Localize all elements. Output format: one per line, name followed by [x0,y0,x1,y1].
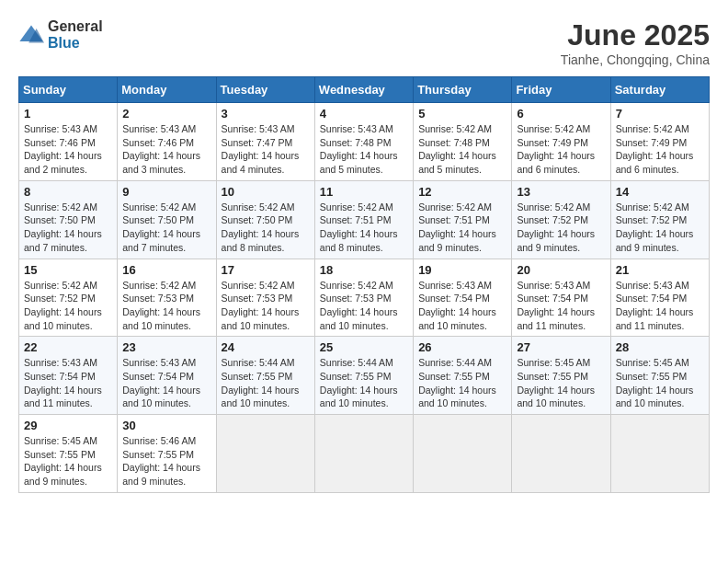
day-number: 23 [122,340,210,354]
day-info: Sunrise: 5:43 AMSunset: 7:54 PMDaylight:… [616,280,694,331]
day-info: Sunrise: 5:42 AMSunset: 7:50 PMDaylight:… [222,201,300,253]
header-cell-wednesday: Wednesday [314,77,413,103]
day-info: Sunrise: 5:44 AMSunset: 7:55 PMDaylight:… [418,357,496,408]
day-info: Sunrise: 5:45 AMSunset: 7:55 PMDaylight:… [24,435,102,487]
header-cell-thursday: Thursday [414,77,512,103]
day-number: 13 [517,185,605,199]
day-info: Sunrise: 5:42 AMSunset: 7:51 PMDaylight:… [418,201,496,253]
calendar-cell: 20Sunrise: 5:43 AMSunset: 7:54 PMDayligh… [512,259,610,337]
calendar-table: SundayMondayTuesdayWednesdayThursdayFrid… [18,76,710,493]
calendar-cell: 1Sunrise: 5:43 AMSunset: 7:46 PMDaylight… [19,103,118,181]
day-info: Sunrise: 5:43 AMSunset: 7:47 PMDaylight:… [222,123,300,175]
calendar-cell: 8Sunrise: 5:42 AMSunset: 7:50 PMDaylight… [19,180,118,259]
calendar-cell: 23Sunrise: 5:43 AMSunset: 7:54 PMDayligh… [118,337,216,415]
day-number: 29 [24,419,112,432]
day-number: 26 [418,340,506,354]
day-info: Sunrise: 5:42 AMSunset: 7:49 PMDaylight:… [517,123,595,175]
day-number: 6 [517,107,605,121]
day-number: 30 [122,419,210,432]
header-cell-monday: Monday [118,77,216,103]
calendar-cell: 18Sunrise: 5:42 AMSunset: 7:53 PMDayligh… [314,259,413,337]
day-number: 27 [517,340,605,354]
day-info: Sunrise: 5:42 AMSunset: 7:52 PMDaylight:… [24,280,102,331]
day-number: 7 [616,107,704,121]
calendar-cell: 21Sunrise: 5:43 AMSunset: 7:54 PMDayligh… [610,259,709,337]
calendar-cell: 25Sunrise: 5:44 AMSunset: 7:55 PMDayligh… [314,337,413,415]
calendar-subtitle: Tianhe, Chongqing, China [561,52,710,67]
calendar-cell: 24Sunrise: 5:44 AMSunset: 7:55 PMDayligh… [216,337,314,415]
day-number: 9 [122,185,210,199]
day-info: Sunrise: 5:43 AMSunset: 7:46 PMDaylight:… [24,123,102,175]
day-info: Sunrise: 5:43 AMSunset: 7:54 PMDaylight:… [418,280,496,331]
day-number: 5 [418,107,506,121]
calendar-cell: 4Sunrise: 5:43 AMSunset: 7:48 PMDaylight… [314,103,413,181]
calendar-cell: 10Sunrise: 5:42 AMSunset: 7:50 PMDayligh… [216,180,314,259]
calendar-cell [314,415,413,493]
calendar-cell [512,415,610,493]
logo-text: General Blue [48,18,103,51]
day-number: 25 [320,340,408,354]
calendar-cell [414,415,512,493]
calendar-cell: 26Sunrise: 5:44 AMSunset: 7:55 PMDayligh… [414,337,512,415]
header-cell-saturday: Saturday [610,77,709,103]
calendar-cell: 30Sunrise: 5:46 AMSunset: 7:55 PMDayligh… [118,415,216,493]
calendar-title: June 2025 [561,18,710,52]
calendar-cell: 2Sunrise: 5:43 AMSunset: 7:46 PMDaylight… [118,103,216,181]
day-info: Sunrise: 5:42 AMSunset: 7:52 PMDaylight:… [616,201,694,253]
header-cell-tuesday: Tuesday [216,77,314,103]
calendar-week-3: 15Sunrise: 5:42 AMSunset: 7:52 PMDayligh… [19,259,710,337]
title-area: June 2025 Tianhe, Chongqing, China [561,18,710,67]
calendar-cell: 19Sunrise: 5:43 AMSunset: 7:54 PMDayligh… [414,259,512,337]
calendar-week-2: 8Sunrise: 5:42 AMSunset: 7:50 PMDaylight… [19,180,710,259]
calendar-body: 1Sunrise: 5:43 AMSunset: 7:46 PMDaylight… [19,103,710,493]
day-number: 8 [24,185,112,199]
day-number: 15 [24,263,112,277]
day-info: Sunrise: 5:45 AMSunset: 7:55 PMDaylight:… [517,357,595,408]
logo-icon [18,22,44,48]
day-number: 20 [517,263,605,277]
day-number: 11 [320,185,408,199]
day-info: Sunrise: 5:43 AMSunset: 7:48 PMDaylight:… [320,123,398,175]
day-info: Sunrise: 5:43 AMSunset: 7:54 PMDaylight:… [24,357,102,408]
calendar-cell: 22Sunrise: 5:43 AMSunset: 7:54 PMDayligh… [19,337,118,415]
day-info: Sunrise: 5:42 AMSunset: 7:53 PMDaylight:… [320,280,398,331]
day-info: Sunrise: 5:42 AMSunset: 7:48 PMDaylight:… [418,123,496,175]
calendar-header: SundayMondayTuesdayWednesdayThursdayFrid… [19,77,710,103]
calendar-cell: 13Sunrise: 5:42 AMSunset: 7:52 PMDayligh… [512,180,610,259]
calendar-week-5: 29Sunrise: 5:45 AMSunset: 7:55 PMDayligh… [19,415,710,493]
calendar-cell [610,415,709,493]
calendar-week-1: 1Sunrise: 5:43 AMSunset: 7:46 PMDaylight… [19,103,710,181]
day-number: 4 [320,107,408,121]
header-row: SundayMondayTuesdayWednesdayThursdayFrid… [19,77,710,103]
day-number: 16 [122,263,210,277]
day-number: 18 [320,263,408,277]
day-info: Sunrise: 5:43 AMSunset: 7:54 PMDaylight:… [517,280,595,331]
day-info: Sunrise: 5:42 AMSunset: 7:53 PMDaylight:… [122,280,200,331]
calendar-cell: 9Sunrise: 5:42 AMSunset: 7:50 PMDaylight… [118,180,216,259]
calendar-cell: 29Sunrise: 5:45 AMSunset: 7:55 PMDayligh… [19,415,118,493]
day-number: 1 [24,107,112,121]
day-number: 21 [616,263,704,277]
calendar-cell: 15Sunrise: 5:42 AMSunset: 7:52 PMDayligh… [19,259,118,337]
day-number: 12 [418,185,506,199]
day-info: Sunrise: 5:44 AMSunset: 7:55 PMDaylight:… [222,357,300,408]
header: General Blue June 2025 Tianhe, Chongqing… [18,18,710,67]
header-cell-friday: Friday [512,77,610,103]
calendar-cell: 12Sunrise: 5:42 AMSunset: 7:51 PMDayligh… [414,180,512,259]
day-info: Sunrise: 5:42 AMSunset: 7:52 PMDaylight:… [517,201,595,253]
calendar-cell: 7Sunrise: 5:42 AMSunset: 7:49 PMDaylight… [610,103,709,181]
day-info: Sunrise: 5:42 AMSunset: 7:49 PMDaylight:… [616,123,694,175]
day-number: 22 [24,340,112,354]
day-number: 14 [616,185,704,199]
day-info: Sunrise: 5:45 AMSunset: 7:55 PMDaylight:… [616,357,694,408]
calendar-cell [216,415,314,493]
day-number: 28 [616,340,704,354]
calendar-cell: 11Sunrise: 5:42 AMSunset: 7:51 PMDayligh… [314,180,413,259]
day-info: Sunrise: 5:43 AMSunset: 7:54 PMDaylight:… [122,357,200,408]
day-number: 3 [222,107,310,121]
logo-general-text: General [48,18,103,35]
calendar-cell: 5Sunrise: 5:42 AMSunset: 7:48 PMDaylight… [414,103,512,181]
day-number: 19 [418,263,506,277]
day-number: 10 [222,185,310,199]
day-info: Sunrise: 5:42 AMSunset: 7:50 PMDaylight:… [122,201,200,253]
